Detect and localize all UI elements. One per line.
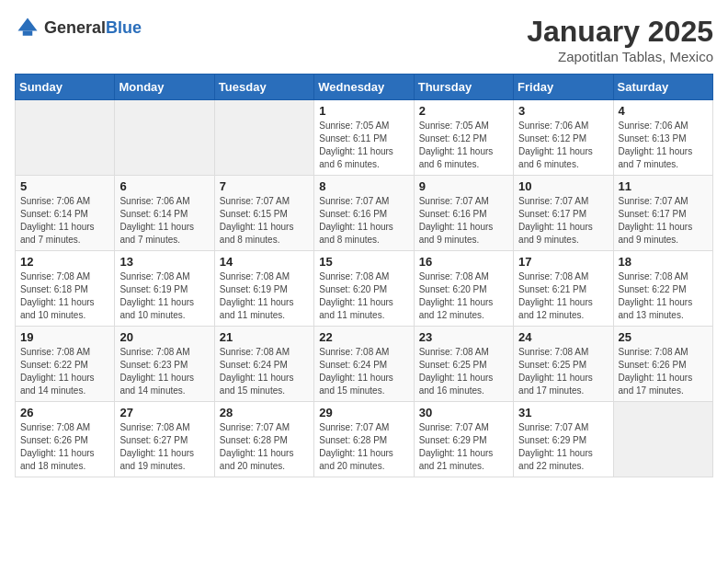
day-info: Sunrise: 7:08 AM Sunset: 6:26 PM Dayligh… (619, 346, 708, 397)
day-number: 1 (319, 104, 408, 118)
day-number: 20 (119, 330, 209, 344)
day-info: Sunrise: 7:08 AM Sunset: 6:24 PM Dayligh… (220, 346, 309, 397)
day-number: 14 (220, 255, 309, 269)
logo: GeneralBlue (15, 15, 142, 40)
logo-general-text: General (44, 18, 106, 37)
day-number: 29 (319, 406, 408, 419)
calendar-table: SundayMondayTuesdayWednesdayThursdayFrid… (15, 74, 713, 477)
day-number: 4 (619, 104, 708, 118)
day-info: Sunrise: 7:06 AM Sunset: 6:14 PM Dayligh… (20, 195, 109, 247)
day-number: 27 (119, 406, 209, 419)
day-cell (115, 100, 214, 176)
day-number: 13 (119, 255, 209, 269)
day-number: 12 (20, 255, 109, 269)
day-info: Sunrise: 7:08 AM Sunset: 6:25 PM Dayligh… (518, 346, 608, 397)
header-cell-sunday: Sunday (16, 75, 115, 100)
day-number: 7 (220, 179, 309, 193)
day-cell: 1Sunrise: 7:05 AM Sunset: 6:11 PM Daylig… (314, 100, 414, 176)
day-cell: 7Sunrise: 7:07 AM Sunset: 6:15 PM Daylig… (214, 176, 313, 251)
day-number: 31 (518, 406, 608, 419)
day-cell: 19Sunrise: 7:08 AM Sunset: 6:22 PM Dayli… (16, 327, 115, 402)
day-info: Sunrise: 7:08 AM Sunset: 6:22 PM Dayligh… (20, 346, 109, 397)
day-cell (214, 100, 313, 176)
day-info: Sunrise: 7:05 AM Sunset: 6:11 PM Dayligh… (319, 120, 408, 171)
day-cell: 21Sunrise: 7:08 AM Sunset: 6:24 PM Dayli… (214, 327, 313, 402)
day-info: Sunrise: 7:08 AM Sunset: 6:20 PM Dayligh… (419, 270, 508, 322)
header-cell-tuesday: Tuesday (214, 75, 313, 100)
day-cell: 2Sunrise: 7:05 AM Sunset: 6:12 PM Daylig… (414, 100, 513, 176)
day-number: 26 (20, 406, 109, 419)
day-cell: 23Sunrise: 7:08 AM Sunset: 6:25 PM Dayli… (414, 327, 513, 402)
day-cell: 4Sunrise: 7:06 AM Sunset: 6:13 PM Daylig… (613, 100, 712, 176)
day-info: Sunrise: 7:08 AM Sunset: 6:19 PM Dayligh… (119, 270, 209, 322)
svg-rect-2 (23, 31, 33, 36)
day-cell (16, 100, 115, 176)
day-cell: 27Sunrise: 7:08 AM Sunset: 6:27 PM Dayli… (115, 402, 214, 477)
day-cell: 18Sunrise: 7:08 AM Sunset: 6:22 PM Dayli… (613, 251, 712, 327)
logo-blue-text: Blue (106, 18, 142, 37)
day-number: 6 (119, 179, 209, 193)
day-cell: 13Sunrise: 7:08 AM Sunset: 6:19 PM Dayli… (115, 251, 214, 327)
logo-icon (15, 15, 40, 40)
week-row-5: 26Sunrise: 7:08 AM Sunset: 6:26 PM Dayli… (16, 402, 713, 477)
day-number: 9 (419, 179, 508, 193)
day-info: Sunrise: 7:08 AM Sunset: 6:26 PM Dayligh… (20, 421, 109, 473)
day-number: 19 (20, 330, 109, 344)
day-info: Sunrise: 7:08 AM Sunset: 6:19 PM Dayligh… (220, 270, 309, 322)
header-cell-monday: Monday (115, 75, 214, 100)
day-cell: 11Sunrise: 7:07 AM Sunset: 6:17 PM Dayli… (613, 176, 712, 251)
day-info: Sunrise: 7:08 AM Sunset: 6:21 PM Dayligh… (518, 270, 608, 322)
day-number: 15 (319, 255, 408, 269)
day-number: 23 (419, 330, 508, 344)
svg-marker-1 (18, 18, 38, 31)
day-info: Sunrise: 7:08 AM Sunset: 6:27 PM Dayligh… (119, 421, 209, 473)
day-number: 22 (319, 330, 408, 344)
day-cell: 25Sunrise: 7:08 AM Sunset: 6:26 PM Dayli… (613, 327, 712, 402)
header-cell-friday: Friday (514, 75, 613, 100)
day-cell: 17Sunrise: 7:08 AM Sunset: 6:21 PM Dayli… (514, 251, 613, 327)
day-cell: 16Sunrise: 7:08 AM Sunset: 6:20 PM Dayli… (414, 251, 513, 327)
month-title: January 2025 (527, 15, 713, 49)
week-row-2: 5Sunrise: 7:06 AM Sunset: 6:14 PM Daylig… (16, 176, 713, 251)
day-cell: 22Sunrise: 7:08 AM Sunset: 6:24 PM Dayli… (314, 327, 414, 402)
day-cell: 14Sunrise: 7:08 AM Sunset: 6:19 PM Dayli… (214, 251, 313, 327)
day-cell: 3Sunrise: 7:06 AM Sunset: 6:12 PM Daylig… (514, 100, 613, 176)
day-cell: 24Sunrise: 7:08 AM Sunset: 6:25 PM Dayli… (514, 327, 613, 402)
day-cell (613, 402, 712, 477)
day-number: 18 (619, 255, 708, 269)
day-number: 2 (419, 104, 508, 118)
header-row: SundayMondayTuesdayWednesdayThursdayFrid… (16, 75, 713, 100)
day-info: Sunrise: 7:08 AM Sunset: 6:24 PM Dayligh… (319, 346, 408, 397)
day-info: Sunrise: 7:08 AM Sunset: 6:20 PM Dayligh… (319, 270, 408, 322)
day-info: Sunrise: 7:08 AM Sunset: 6:18 PM Dayligh… (20, 270, 109, 322)
header-cell-saturday: Saturday (613, 75, 712, 100)
day-cell: 9Sunrise: 7:07 AM Sunset: 6:16 PM Daylig… (414, 176, 513, 251)
day-number: 24 (518, 330, 608, 344)
day-info: Sunrise: 7:07 AM Sunset: 6:15 PM Dayligh… (220, 195, 309, 247)
title-block: January 2025 Zapotitlan Tablas, Mexico (527, 15, 713, 64)
day-info: Sunrise: 7:07 AM Sunset: 6:28 PM Dayligh… (319, 421, 408, 473)
day-cell: 5Sunrise: 7:06 AM Sunset: 6:14 PM Daylig… (16, 176, 115, 251)
day-cell: 6Sunrise: 7:06 AM Sunset: 6:14 PM Daylig… (115, 176, 214, 251)
day-number: 28 (220, 406, 309, 419)
day-number: 11 (619, 179, 708, 193)
day-number: 3 (518, 104, 608, 118)
day-info: Sunrise: 7:07 AM Sunset: 6:16 PM Dayligh… (319, 195, 408, 247)
location-title: Zapotitlan Tablas, Mexico (527, 49, 713, 64)
calendar-body: 1Sunrise: 7:05 AM Sunset: 6:11 PM Daylig… (16, 100, 713, 477)
day-cell: 12Sunrise: 7:08 AM Sunset: 6:18 PM Dayli… (16, 251, 115, 327)
day-cell: 20Sunrise: 7:08 AM Sunset: 6:23 PM Dayli… (115, 327, 214, 402)
day-info: Sunrise: 7:07 AM Sunset: 6:16 PM Dayligh… (419, 195, 508, 247)
day-number: 21 (220, 330, 309, 344)
day-cell: 8Sunrise: 7:07 AM Sunset: 6:16 PM Daylig… (314, 176, 414, 251)
week-row-3: 12Sunrise: 7:08 AM Sunset: 6:18 PM Dayli… (16, 251, 713, 327)
day-info: Sunrise: 7:06 AM Sunset: 6:13 PM Dayligh… (619, 120, 708, 171)
day-cell: 15Sunrise: 7:08 AM Sunset: 6:20 PM Dayli… (314, 251, 414, 327)
day-info: Sunrise: 7:06 AM Sunset: 6:14 PM Dayligh… (119, 195, 209, 247)
day-info: Sunrise: 7:05 AM Sunset: 6:12 PM Dayligh… (419, 120, 508, 171)
header-cell-thursday: Thursday (414, 75, 513, 100)
day-info: Sunrise: 7:07 AM Sunset: 6:29 PM Dayligh… (419, 421, 508, 473)
day-info: Sunrise: 7:07 AM Sunset: 6:28 PM Dayligh… (220, 421, 309, 473)
day-cell: 31Sunrise: 7:07 AM Sunset: 6:29 PM Dayli… (514, 402, 613, 477)
day-number: 10 (518, 179, 608, 193)
